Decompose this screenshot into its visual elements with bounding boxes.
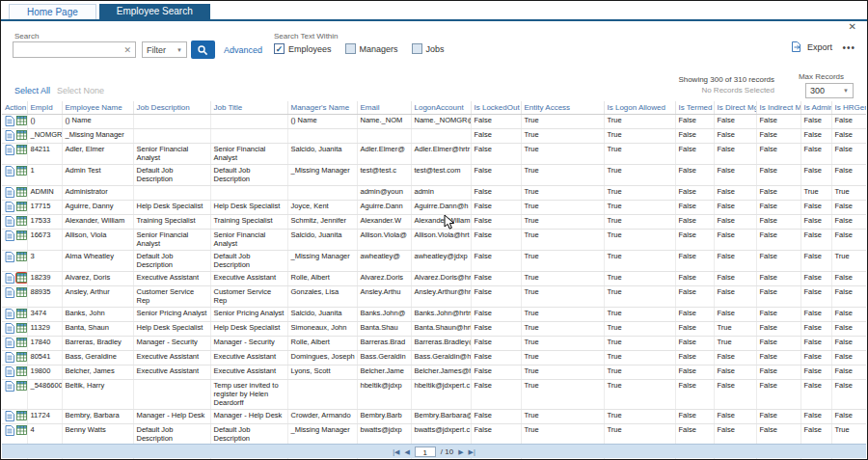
table-row[interactable]: 3Alma WheatleyDefault Job DescriptionDef… [2, 251, 866, 272]
open-record-icon[interactable] [5, 252, 14, 262]
current-page-input[interactable]: 1 [415, 446, 436, 457]
column-header-email[interactable]: Email [357, 101, 411, 115]
table-row[interactable]: 3474Banks, JohnSenior Pricing AnalystSen… [2, 308, 866, 322]
table-row[interactable]: 1Admin TestDefault Job DescriptionDefaul… [2, 165, 866, 186]
column-header-is-indirect-mgr[interactable]: Is Indirect Mgr [756, 101, 800, 115]
open-record-icon[interactable] [5, 287, 14, 298]
open-record-icon[interactable] [5, 273, 14, 284]
table-row[interactable]: 80541Bass, GeraldineExecutive AssistantE… [2, 351, 866, 365]
search-button[interactable] [191, 41, 215, 59]
column-header-is-lockedout[interactable]: Is LockedOut [471, 101, 521, 115]
table-row[interactable]: ()() Name() NameName._NOMName._NOMGR@Fal… [2, 115, 866, 129]
action-cell [2, 351, 27, 365]
last-page-button[interactable]: ▶| [469, 448, 475, 455]
table-row[interactable]: 17533Alexander, WilliamTraining Speciali… [2, 215, 866, 230]
column-header-job-title[interactable]: Job Title [210, 101, 287, 115]
table-row[interactable]: 16673Allison, ViolaSenior Financial Anal… [2, 230, 866, 251]
tab-employee-search[interactable]: Employee Search [99, 4, 210, 19]
column-header-job-description[interactable]: Job Description [133, 101, 210, 115]
grid-view-icon[interactable] [16, 230, 27, 240]
open-record-icon[interactable] [5, 309, 14, 319]
grid-view-icon[interactable] [16, 352, 27, 362]
select-none-link[interactable]: Select None [57, 86, 104, 95]
table-row[interactable]: _NOMGR_Missing ManagerFalseTrueTrueFalse… [2, 129, 866, 144]
column-header-employee-name[interactable]: Employee Name [62, 101, 133, 115]
checkbox-employees[interactable]: ✓ Employees [274, 43, 332, 54]
cell-is-admin: False [800, 129, 831, 144]
filter-dropdown[interactable]: Filter ▼ [142, 41, 187, 58]
cell-manager-s-name [287, 380, 357, 410]
column-header-is-termed[interactable]: Is Termed [675, 101, 714, 115]
open-record-icon[interactable] [5, 187, 14, 198]
export-button[interactable]: Export [791, 41, 832, 52]
column-header-is-admin[interactable]: Is Admin [800, 101, 831, 115]
open-record-icon[interactable] [5, 366, 14, 377]
tab-home-page[interactable]: Home Page [9, 4, 96, 19]
column-header-is-direct-mgr[interactable]: Is Direct Mgr [714, 101, 756, 115]
select-all-link[interactable]: Select All [14, 86, 50, 95]
cell-is-admin: False [800, 308, 831, 322]
cell-job-title: Default Job Description [210, 424, 287, 446]
grid-view-icon[interactable] [16, 323, 27, 333]
checkbox-managers[interactable]: Managers [345, 43, 398, 54]
open-record-icon[interactable] [5, 166, 14, 176]
open-record-icon[interactable] [5, 130, 14, 141]
open-record-icon[interactable] [5, 116, 14, 126]
grid-view-icon[interactable] [16, 411, 27, 420]
first-page-button[interactable]: |◀ [393, 448, 399, 455]
grid-view-icon[interactable] [16, 252, 27, 261]
column-header-logonaccount[interactable]: LogonAccount [411, 101, 471, 115]
open-record-icon[interactable] [5, 352, 14, 363]
grid-view-icon[interactable] [16, 287, 27, 297]
open-record-icon[interactable] [5, 425, 14, 436]
open-record-icon[interactable] [5, 323, 14, 334]
table-row[interactable]: 88935Ansley, ArthurCustomer Service RepC… [2, 286, 866, 308]
grid-view-icon[interactable] [16, 366, 27, 376]
table-row[interactable]: 84211Adler, ElmerSenior Financial Analys… [2, 144, 866, 165]
more-options-icon[interactable]: ••• [842, 42, 855, 53]
grid-view-icon[interactable] [16, 273, 27, 283]
prev-page-button[interactable]: ◀ [404, 448, 409, 455]
grid-view-icon[interactable] [16, 216, 27, 226]
open-record-icon[interactable] [5, 338, 14, 348]
grid-view-icon[interactable] [16, 338, 27, 347]
column-header-empid[interactable]: EmpId [27, 101, 62, 115]
open-record-icon[interactable] [5, 230, 14, 241]
table-row[interactable]: 19800Belcher, JamesExecutive AssistantEx… [2, 365, 866, 380]
table-row[interactable]: 18239Alvarez, DorisExecutive AssistantEx… [2, 272, 866, 286]
grid-view-icon[interactable] [16, 116, 27, 125]
open-record-icon[interactable] [5, 216, 14, 227]
table-row[interactable]: 17840Barreras, BradleyManager - Security… [2, 337, 866, 351]
table-row[interactable]: 17715Aguirre, DannyHelp Desk SpecialistH… [2, 201, 866, 215]
open-record-icon[interactable] [5, 145, 14, 155]
grid-view-icon[interactable] [16, 130, 27, 140]
table-row[interactable]: 4Benny WattsDefault Job DescriptionDefau… [2, 424, 866, 446]
table-row[interactable]: 11329Banta, ShaunHelp Desk SpecialistHel… [2, 322, 866, 337]
column-header-manager-s-name[interactable]: Manager's Name [287, 101, 357, 115]
grid-view-icon[interactable] [16, 145, 27, 154]
grid-view-icon[interactable] [16, 187, 27, 197]
advanced-link[interactable]: Advanced [224, 45, 262, 55]
open-record-icon[interactable] [5, 411, 14, 421]
cell-job-title [210, 115, 287, 129]
column-header-is-logon-allowed[interactable]: Is Logon Allowed [604, 101, 675, 115]
table-row[interactable]: 11724Bembry, BarbaraManager - Help DeskM… [2, 410, 866, 424]
grid-view-icon[interactable] [16, 381, 27, 391]
checkbox-jobs[interactable]: Jobs [412, 43, 445, 54]
column-header-is-hrgen1[interactable]: Is HRGen1 [831, 101, 866, 115]
grid-view-icon[interactable] [16, 425, 27, 435]
column-header-action[interactable]: Action [2, 101, 27, 115]
open-record-icon[interactable] [5, 381, 14, 392]
grid-view-icon[interactable] [16, 166, 27, 176]
grid-view-icon[interactable] [16, 309, 27, 318]
next-page-button[interactable]: ▶ [458, 448, 463, 455]
clear-search-icon[interactable]: ✕ [120, 45, 135, 55]
open-record-icon[interactable] [5, 202, 14, 212]
column-header-entity-access[interactable]: Entity Access [521, 101, 604, 115]
action-cell [2, 424, 27, 446]
search-input[interactable] [14, 45, 120, 55]
max-records-dropdown[interactable]: 300 ▼ [805, 83, 854, 98]
table-row[interactable]: _5486600Beltik, HarryTemp user invited t… [2, 380, 866, 410]
grid-view-icon[interactable] [16, 202, 27, 211]
table-row[interactable]: ADMINAdministratoradmin@younadminFalseTr… [2, 186, 866, 201]
